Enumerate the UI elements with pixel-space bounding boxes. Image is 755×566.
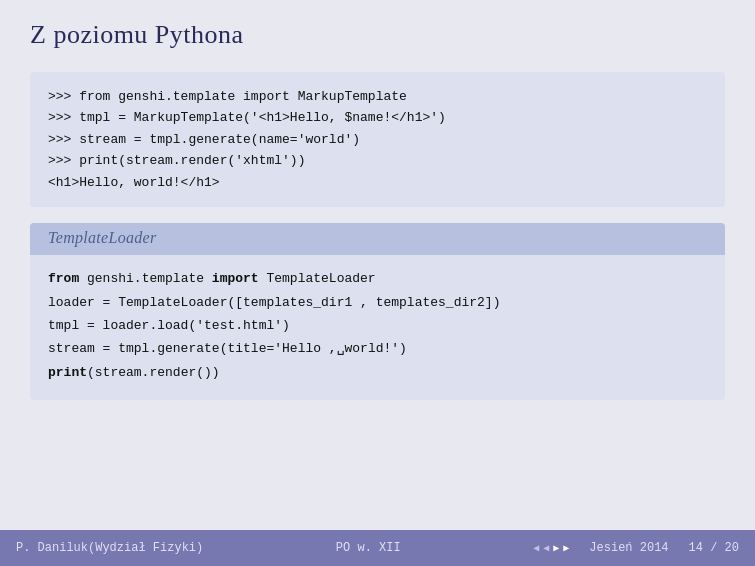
footer-date: Jesień 2014 — [589, 541, 668, 555]
code2-line-3: tmpl = loader.load('test.html') — [48, 314, 707, 337]
footer-right: ◀ ◀ ▶ ▶ Jesień 2014 14 / 20 — [533, 541, 739, 555]
code2-line-5: print(stream.render()) — [48, 361, 707, 384]
footer-nav: ◀ ◀ ▶ ▶ — [533, 542, 569, 554]
code-block-plain: >>> from genshi.template import MarkupTe… — [30, 72, 725, 207]
code-block-header: TemplateLoader — [30, 223, 725, 255]
footer-page: 14 / 20 — [689, 541, 739, 555]
code-block-body: from genshi.template import TemplateLoad… — [30, 255, 725, 400]
code2-line-1: from genshi.template import TemplateLoad… — [48, 267, 707, 290]
slide-title: Z poziomu Pythona — [30, 20, 725, 50]
slide-container: Z poziomu Pythona >>> from genshi.templa… — [0, 0, 755, 530]
footer-course: PO w. XII — [336, 541, 401, 555]
code-block-section: TemplateLoader from genshi.template impo… — [30, 223, 725, 400]
nav-arrow-left2[interactable]: ◀ — [543, 542, 549, 554]
footer: P. Daniluk(Wydział Fizyki) PO w. XII ◀ ◀… — [0, 530, 755, 566]
code2-line-4: stream = tmpl.generate(title='Hello ,␣wo… — [48, 337, 707, 360]
code-line-2: >>> tmpl = MarkupTemplate('<h1>Hello, $n… — [48, 107, 707, 128]
nav-arrow-left1[interactable]: ◀ — [533, 542, 539, 554]
code-line-5: <h1>Hello, world!</h1> — [48, 172, 707, 193]
code2-line-2: loader = TemplateLoader([templates_dir1 … — [48, 291, 707, 314]
code-line-1: >>> from genshi.template import MarkupTe… — [48, 86, 707, 107]
code-line-3: >>> stream = tmpl.generate(name='world') — [48, 129, 707, 150]
code-line-4: >>> print(stream.render('xhtml')) — [48, 150, 707, 171]
nav-arrow-right1[interactable]: ▶ — [553, 542, 559, 554]
nav-arrow-right2[interactable]: ▶ — [563, 542, 569, 554]
footer-author: P. Daniluk(Wydział Fizyki) — [16, 541, 203, 555]
